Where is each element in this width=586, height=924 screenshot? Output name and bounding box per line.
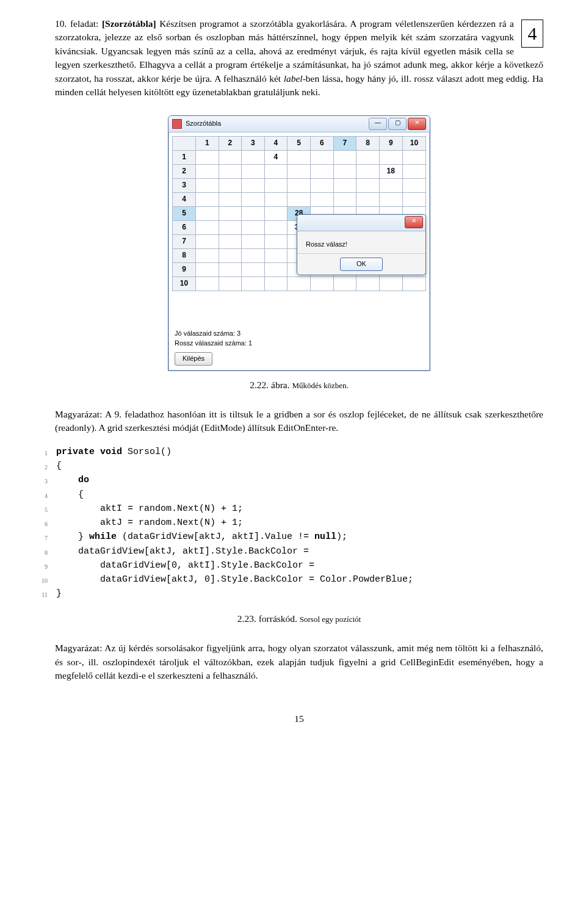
exp1-b1: A 9. feladathoz hasonlóan itt is tiltsuk… xyxy=(102,409,273,419)
col-header: 2 xyxy=(219,136,242,150)
maximize-button[interactable]: ▢ xyxy=(388,118,407,130)
row-header-highlight: 5 xyxy=(173,206,196,220)
line-number: 3 xyxy=(23,473,56,487)
exp1-it5: EditOnEnter xyxy=(278,422,325,433)
code-text: { xyxy=(56,459,62,473)
app-window: Szorzótábla — ▢ ✕ 1 2 3 4 5 6 7 8 9 10 1… xyxy=(168,115,430,371)
col-header: 3 xyxy=(242,136,265,150)
code-text: aktJ = random.Next(N) + 1; xyxy=(56,516,243,530)
code-text: Sorsol() xyxy=(122,447,172,457)
task-title: [Szorzótábla] xyxy=(102,18,156,29)
code-text: ); xyxy=(336,532,347,542)
exp1-b2: a sor és oszlop fejléceket, de ne állíts… xyxy=(303,409,543,419)
code-text: { xyxy=(56,488,84,502)
caption1-num: 2.22. ábra. xyxy=(250,380,292,390)
col-header-highlight: 7 xyxy=(333,136,356,150)
task-prefix: 10. feladat: xyxy=(55,18,102,29)
line-number: 10 xyxy=(23,572,56,587)
status-good-label: Jó válaszaid száma: 3 xyxy=(175,329,425,339)
exp1-b6: -re. xyxy=(325,422,338,433)
task-label-italic: label xyxy=(284,73,303,84)
exp1-it1: gridben xyxy=(274,409,303,419)
code-text: } xyxy=(56,532,89,542)
task-number-box: 4 xyxy=(521,20,543,48)
page-number: 15 xyxy=(55,712,543,726)
status-bad-label: Rossz válaszaid száma: 1 xyxy=(175,339,425,348)
col-header: 9 xyxy=(379,136,402,150)
caption1-text: Működés közben. xyxy=(292,381,348,390)
exp1-it4: (EditMode) xyxy=(201,422,245,433)
window-title: Szorzótábla xyxy=(186,119,367,129)
titlebar: Szorzótábla — ▢ ✕ xyxy=(168,116,430,132)
task-paragraph: 10. feladat: [Szorzótábla] Készítsen pro… xyxy=(55,17,543,99)
code-text: dataGridView[0, aktI].Style.BackColor = xyxy=(56,558,314,572)
caption2-num: 2.23. forráskód. xyxy=(237,613,300,624)
caption2-text: Sorsol egy pozíciót xyxy=(300,615,361,624)
code-caption: 2.23. forráskód. Sorsol egy pozíciót xyxy=(55,612,543,626)
kw-private: private xyxy=(56,447,95,457)
kw-void: void xyxy=(100,447,122,457)
row-header: 1 xyxy=(173,150,196,164)
grid-cell[interactable]: 4 xyxy=(264,150,288,164)
exp1-b4: szerkesztési módját xyxy=(123,422,201,433)
status-area: Jó válaszaid száma: 3 Rossz válaszaid sz… xyxy=(168,275,430,370)
row-header: 4 xyxy=(173,192,196,206)
exp1-it3: grid xyxy=(107,422,123,433)
line-number: 7 xyxy=(23,530,56,544)
row-header: 3 xyxy=(173,178,196,192)
code-listing: 1private void Sorsol() 2{ 3 do 4 { 5 akt… xyxy=(23,445,543,601)
col-header: 6 xyxy=(311,136,334,150)
code-text: dataGridView[aktJ, aktI].Style.BackColor… xyxy=(56,544,309,558)
line-number: 11 xyxy=(23,587,56,601)
row-header: 8 xyxy=(173,248,196,262)
code-text: dataGridView[aktJ, 0].Style.BackColor = … xyxy=(56,572,413,587)
exit-button[interactable]: Kilépés xyxy=(175,352,212,366)
col-header: 4 xyxy=(264,136,288,150)
code-text xyxy=(95,447,100,457)
exp2-it1: grid CellBeginEdit xyxy=(380,657,454,667)
exp1-b5: állítsuk xyxy=(245,422,278,433)
grid-cell[interactable]: 18 xyxy=(379,164,402,178)
row-header: 6 xyxy=(173,220,196,234)
line-number: 1 xyxy=(23,445,56,459)
explanation-1: Magyarázat: A 9. feladathoz hasonlóan it… xyxy=(55,408,543,435)
row-header: 2 xyxy=(173,164,196,178)
line-number: 2 xyxy=(23,459,56,473)
line-number: 6 xyxy=(23,516,56,530)
code-text xyxy=(56,475,78,485)
exp1-b3: . A xyxy=(95,422,107,433)
grid-corner xyxy=(173,136,196,150)
kw-do: do xyxy=(78,475,89,485)
code-text: (dataGridView[aktJ, aktI].Value != xyxy=(117,532,314,542)
code-text: aktI = random.Next(N) + 1; xyxy=(56,502,243,516)
line-number: 8 xyxy=(23,544,56,558)
line-number: 5 xyxy=(23,502,56,516)
kw-null: null xyxy=(314,532,336,542)
exp1-lead: Magyarázat: xyxy=(55,409,102,419)
message-dialog: ✕ Rossz válasz! OK xyxy=(297,214,426,275)
dialog-text: Rossz válasz! xyxy=(297,231,425,253)
example-screenshot: Szorzótábla — ▢ ✕ 1 2 3 4 5 6 7 8 9 10 1… xyxy=(168,115,430,371)
col-header: 10 xyxy=(402,136,425,150)
col-header: 1 xyxy=(196,136,219,150)
row-header: 7 xyxy=(173,234,196,248)
code-text: } xyxy=(56,587,62,601)
col-header: 5 xyxy=(288,136,311,150)
kw-while: while xyxy=(89,532,117,542)
exp1-it2: (readonly) xyxy=(55,422,95,433)
figure-caption-1: 2.22. ábra. Működés közben. xyxy=(55,378,543,392)
app-icon xyxy=(172,119,182,129)
dialog-close-button[interactable]: ✕ xyxy=(405,216,423,228)
dialog-ok-button[interactable]: OK xyxy=(340,258,383,271)
line-number: 9 xyxy=(23,558,56,572)
line-number: 4 xyxy=(23,488,56,502)
col-header: 8 xyxy=(356,136,380,150)
close-button[interactable]: ✕ xyxy=(408,118,426,130)
explanation-2: Magyarázat: Az új kérdés sorsolásakor fi… xyxy=(55,641,543,682)
minimize-button[interactable]: — xyxy=(369,118,387,130)
exp2-lead: Magyarázat: xyxy=(55,643,102,653)
